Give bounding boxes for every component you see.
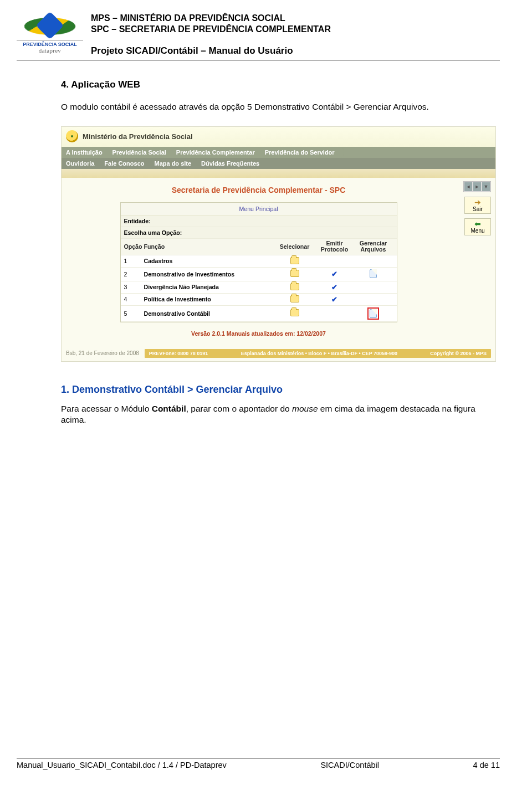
col-emitir: Emitir Protocolo bbox=[316, 240, 354, 253]
col-funcao: Função bbox=[144, 243, 274, 250]
row-func: Demonstrativo de Investimentos bbox=[144, 271, 274, 278]
menu-principal-title: Menu Principal bbox=[121, 203, 397, 216]
nav-prev-icon[interactable]: ◄ bbox=[464, 182, 472, 191]
row-func: Cadastros bbox=[144, 258, 274, 264]
row-num: 3 bbox=[124, 284, 144, 290]
check-icon[interactable]: ✔ bbox=[316, 296, 354, 303]
menu-row: 1 Cadastros bbox=[121, 255, 397, 268]
ss-footer-bar: PREVFone: 0800 78 0191 Esplanada dos Min… bbox=[145, 349, 491, 358]
menu-row: 5 Demonstrativo Contábil bbox=[121, 306, 397, 322]
spc-title: Secretaria de Previdência Complementar -… bbox=[66, 181, 451, 202]
ss-top-title: Ministério da Previdência Social bbox=[83, 132, 193, 141]
escolha-label: Escolha uma Opção: bbox=[124, 229, 182, 236]
doc-footer: Manual_Usuario_SICADI_Contabil.doc / 1.4… bbox=[17, 758, 500, 769]
nav1-tab[interactable]: Previdência do Servidor bbox=[260, 147, 340, 158]
nav-arrows[interactable]: ◄ ► ▼ bbox=[463, 181, 491, 192]
doc-header: PREVIDÊNCIA SOCIAL dataprev MPS – MINIST… bbox=[17, 12, 500, 60]
nav1-tab[interactable]: A Instituição bbox=[62, 147, 108, 158]
menu-row: 3 Divergência Não Planejada ✔ bbox=[121, 281, 397, 294]
row-num: 4 bbox=[124, 296, 144, 302]
folder-icon[interactable] bbox=[274, 283, 316, 291]
brazil-coat-icon bbox=[66, 130, 78, 142]
nav2-tab[interactable]: Ouvidoria bbox=[62, 158, 100, 169]
check-icon[interactable]: ✔ bbox=[316, 270, 354, 278]
row-num: 1 bbox=[124, 258, 144, 264]
row-num: 2 bbox=[124, 271, 144, 278]
folder-icon[interactable] bbox=[274, 257, 316, 265]
nav2-tab[interactable]: Fale Conosco bbox=[100, 158, 150, 169]
section1-title: 1. Demonstrativo Contábil > Gerenciar Ar… bbox=[61, 384, 500, 396]
escolha-row: Escolha uma Opção: bbox=[121, 227, 397, 239]
ss-nav-row2: Ouvidoria Fale Conosco Mapa do site Dúvi… bbox=[62, 158, 495, 169]
doc-icon[interactable] bbox=[354, 269, 393, 279]
nav-down-icon[interactable]: ▼ bbox=[482, 182, 490, 191]
logo-block: PREVIDÊNCIA SOCIAL dataprev bbox=[17, 12, 83, 54]
header-line2: SPC – SECRETARIA DE PREVIDÊNCIA COMPLEME… bbox=[91, 24, 500, 34]
col-selecionar: Selecionar bbox=[274, 243, 316, 250]
folder-icon[interactable] bbox=[274, 295, 316, 304]
footer-left: Manual_Usuario_SICADI_Contabil.doc / 1.4… bbox=[17, 761, 227, 769]
logo-caption: PREVIDÊNCIA SOCIAL bbox=[17, 40, 83, 47]
ss-topbar: Ministério da Previdência Social bbox=[62, 127, 495, 147]
row-func: Divergência Não Planejada bbox=[144, 284, 274, 290]
nav1-tab[interactable]: Previdência Social bbox=[108, 147, 172, 158]
ss-nav-row1: A Instituição Previdência Social Previdê… bbox=[62, 147, 495, 158]
section4-title: 4. Aplicação WEB bbox=[61, 79, 500, 90]
entidade-row: Entidade: bbox=[121, 216, 397, 227]
row-func: Demonstrativo Contábil bbox=[144, 310, 274, 317]
check-icon[interactable]: ✔ bbox=[316, 284, 354, 291]
doc-icon-highlight[interactable] bbox=[354, 307, 393, 320]
col-opcao: Opção bbox=[124, 243, 144, 250]
p-italic: mouse bbox=[292, 404, 318, 413]
header-line1: MPS – MINISTÉRIO DA PREVIDÊNCIA SOCIAL bbox=[91, 13, 500, 23]
p-prefix: Para acessar o Módulo bbox=[61, 404, 152, 413]
row-func: Política de Investimento bbox=[144, 296, 274, 302]
folder-icon[interactable] bbox=[274, 270, 316, 278]
menu-button[interactable]: ⬅ Menu bbox=[464, 218, 491, 235]
row-num: 5 bbox=[124, 310, 144, 317]
ss-center: Secretaria de Previdência Complementar -… bbox=[66, 181, 451, 342]
p-mid: , parar com o apontador do bbox=[186, 404, 292, 413]
section1-para: Para acessar o Módulo Contábil, parar co… bbox=[61, 403, 500, 425]
section4-intro: O modulo contábil é acessado através da … bbox=[61, 101, 500, 112]
folder-icon[interactable] bbox=[274, 309, 316, 317]
nav2-tab[interactable]: Dúvidas Freqüentes bbox=[197, 158, 265, 169]
p-bold: Contábil bbox=[152, 404, 186, 413]
arrow-right-icon: ➔ bbox=[466, 198, 489, 206]
embedded-screenshot: Ministério da Previdência Social A Insti… bbox=[61, 126, 496, 361]
ss-footer-date: Bsb, 21 de Fevereiro de 2008 bbox=[66, 350, 139, 356]
menu-card: Menu Principal Entidade: Escolha uma Opç… bbox=[120, 202, 397, 322]
entidade-label: Entidade: bbox=[124, 218, 151, 224]
logo-icon bbox=[24, 12, 75, 39]
header-text: MPS – MINISTÉRIO DA PREVIDÊNCIA SOCIAL S… bbox=[91, 12, 500, 57]
menu-header-row: Opção Função Selecionar Emitir Protocolo… bbox=[121, 239, 397, 255]
version-line: Versão 2.0.1 Manuais atualizados em: 12/… bbox=[66, 322, 451, 342]
arrow-left-icon: ⬅ bbox=[466, 220, 489, 228]
nav-next-icon[interactable]: ► bbox=[473, 182, 481, 191]
ss-gold-band bbox=[62, 169, 495, 178]
menu-row: 4 Política de Investimento ✔ bbox=[121, 294, 397, 306]
menu-label: Menu bbox=[470, 228, 484, 234]
logo-sub: dataprev bbox=[17, 47, 83, 54]
footer-bar-right: Copyright © 2006 - MPS bbox=[430, 351, 487, 356]
nav2-tab[interactable]: Mapa do site bbox=[150, 158, 197, 169]
footer-bar-left: PREVFone: 0800 78 0191 bbox=[149, 351, 208, 356]
footer-right: 4 de 11 bbox=[473, 761, 500, 769]
footer-bar-mid: Esplanada dos Ministérios • Bloco F • Br… bbox=[241, 351, 397, 356]
menu-row: 2 Demonstrativo de Investimentos ✔ bbox=[121, 268, 397, 281]
sair-button[interactable]: ➔ Sair bbox=[464, 197, 491, 214]
col-gerenciar: Gerenciar Arquivos bbox=[354, 240, 393, 253]
nav1-tab[interactable]: Previdência Complementar bbox=[172, 147, 260, 158]
header-project: Projeto SICADI/Contábil – Manual do Usuá… bbox=[91, 45, 500, 57]
ss-footer: Bsb, 21 de Fevereiro de 2008 PREVFone: 0… bbox=[62, 347, 495, 361]
side-column: ◄ ► ▼ ➔ Sair ⬅ Menu bbox=[456, 181, 491, 235]
sair-label: Sair bbox=[473, 206, 483, 212]
footer-center: SICADI/Contábil bbox=[320, 761, 379, 769]
